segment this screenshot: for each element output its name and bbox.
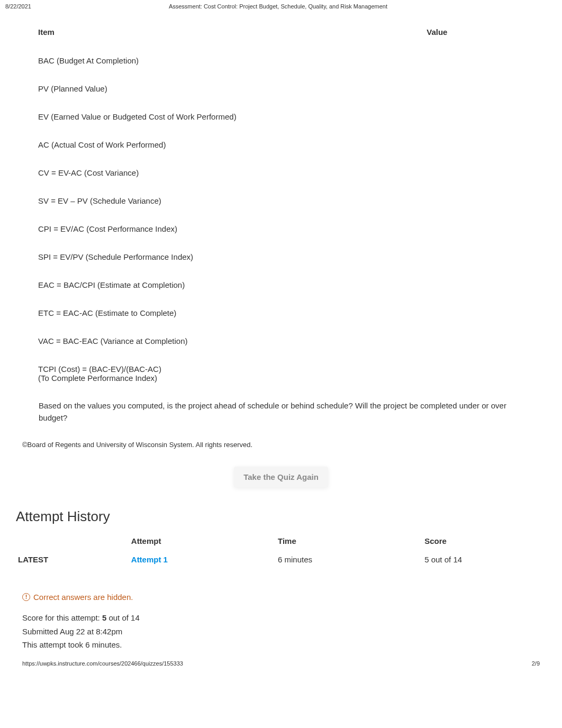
table-row: VAC = BAC-EAC (Variance at Completion) xyxy=(30,327,534,354)
correct-answers-hidden: ! Correct answers are hidden. xyxy=(16,585,540,611)
history-header-status xyxy=(16,532,131,550)
main-content: Item Value BAC (Budget At Completion) PV… xyxy=(0,17,562,429)
take-quiz-wrapper: Take the Quiz Again xyxy=(0,454,562,505)
history-header-row: Attempt Time Score xyxy=(16,532,540,550)
value-cell xyxy=(419,103,534,130)
table-row: CPI = EV/AC (Cost Performance Index) xyxy=(30,215,534,242)
value-cell xyxy=(419,356,534,392)
item-cell: BAC (Budget At Completion) xyxy=(30,47,418,74)
table-header-row: Item Value xyxy=(30,18,534,46)
earned-value-table: Item Value BAC (Budget At Completion) PV… xyxy=(29,17,536,393)
table-row: EAC = BAC/CPI (Estimate at Completion) xyxy=(30,271,534,298)
print-title: Assessment: Cost Control: Project Budget… xyxy=(31,3,525,10)
score-info: Score for this attempt: 5 out of 14 Subm… xyxy=(16,611,540,652)
value-cell xyxy=(419,243,534,270)
value-cell xyxy=(419,47,534,74)
footer-page: 2/9 xyxy=(532,660,540,667)
attempt-history-section: Attempt History Attempt Time Score LATES… xyxy=(0,505,562,652)
value-cell xyxy=(419,271,534,298)
item-cell: SPI = EV/PV (Schedule Performance Index) xyxy=(30,243,418,270)
value-cell xyxy=(419,159,534,186)
item-cell: CV = EV-AC (Cost Variance) xyxy=(30,159,418,186)
history-attempt-cell: Attempt 1 xyxy=(131,550,278,570)
page-print-header: 8/22/2021 Assessment: Cost Control: Proj… xyxy=(0,0,562,13)
table-row: AC (Actual Cost of Work Performed) xyxy=(30,131,534,158)
score-line-3: This attempt took 6 minutes. xyxy=(22,638,540,652)
value-cell xyxy=(419,75,534,102)
table-row: SV = EV – PV (Schedule Variance) xyxy=(30,187,534,214)
table-row: SPI = EV/PV (Schedule Performance Index) xyxy=(30,243,534,270)
history-time: 6 minutes xyxy=(278,550,424,570)
table-row: TCPI (Cost) = (BAC-EV)/(BAC-AC) (To Comp… xyxy=(30,356,534,392)
page-print-footer: https://uwpks.instructure.com/courses/20… xyxy=(0,652,562,671)
item-cell: AC (Actual Cost of Work Performed) xyxy=(30,131,418,158)
value-cell xyxy=(419,215,534,242)
value-cell xyxy=(419,131,534,158)
value-cell xyxy=(419,327,534,354)
table-row: PV (Planned Value) xyxy=(30,75,534,102)
correct-hidden-text: Correct answers are hidden. xyxy=(33,593,133,602)
attempt-history-heading: Attempt History xyxy=(16,505,540,532)
attempt-history-table: Attempt Time Score LATEST Attempt 1 6 mi… xyxy=(16,532,540,570)
table-row: CV = EV-AC (Cost Variance) xyxy=(30,159,534,186)
item-cell: ETC = EAC-AC (Estimate to Complete) xyxy=(30,299,418,326)
footer-url: https://uwpks.instructure.com/courses/20… xyxy=(22,660,183,667)
header-value: Value xyxy=(419,18,534,46)
value-cell xyxy=(419,187,534,214)
item-cell: VAC = BAC-EAC (Variance at Completion) xyxy=(30,327,418,354)
history-row: LATEST Attempt 1 6 minutes 5 out of 14 xyxy=(16,550,540,570)
history-header-time: Time xyxy=(278,532,424,550)
item-cell: PV (Planned Value) xyxy=(30,75,418,102)
score-line-1: Score for this attempt: 5 out of 14 xyxy=(22,611,540,625)
copyright-notice: ©Board of Regents and University of Wisc… xyxy=(0,429,562,454)
item-cell: TCPI (Cost) = (BAC-EV)/(BAC-AC) (To Comp… xyxy=(30,356,418,392)
value-cell xyxy=(419,299,534,326)
table-row: ETC = EAC-AC (Estimate to Complete) xyxy=(30,299,534,326)
print-date: 8/22/2021 xyxy=(5,3,31,10)
item-cell: EAC = BAC/CPI (Estimate at Completion) xyxy=(30,271,418,298)
alert-icon: ! xyxy=(22,593,30,601)
question-prompt: Based on the values you computed, is the… xyxy=(29,393,536,429)
table-row: EV (Earned Value or Budgeted Cost of Wor… xyxy=(30,103,534,130)
attempt-link[interactable]: Attempt 1 xyxy=(131,555,168,564)
item-cell: SV = EV – PV (Schedule Variance) xyxy=(30,187,418,214)
history-status: LATEST xyxy=(16,550,131,570)
history-header-attempt: Attempt xyxy=(131,532,278,550)
take-quiz-again-button[interactable]: Take the Quiz Again xyxy=(234,467,328,487)
item-cell: EV (Earned Value or Budgeted Cost of Wor… xyxy=(30,103,418,130)
score-line-2: Submitted Aug 22 at 8:42pm xyxy=(22,625,540,639)
table-row: BAC (Budget At Completion) xyxy=(30,47,534,74)
header-item: Item xyxy=(30,18,418,46)
item-cell: CPI = EV/AC (Cost Performance Index) xyxy=(30,215,418,242)
history-header-score: Score xyxy=(424,532,540,550)
history-score: 5 out of 14 xyxy=(424,550,540,570)
